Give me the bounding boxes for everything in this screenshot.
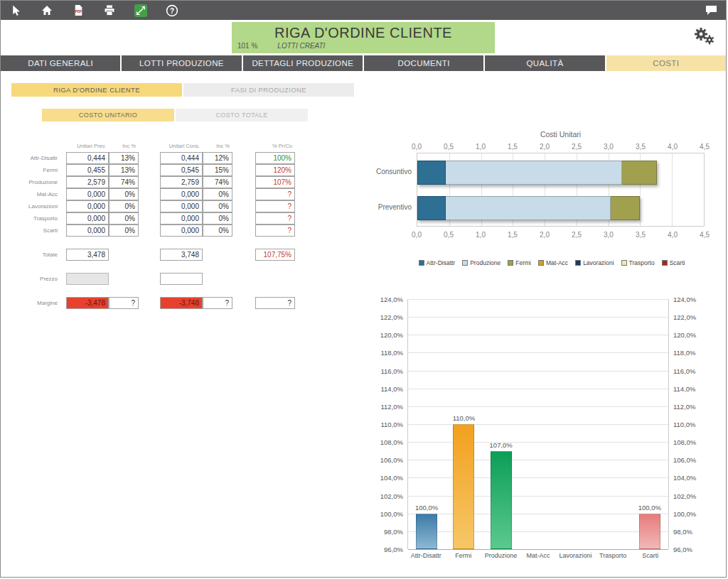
settings-gears-icon[interactable] <box>693 26 714 48</box>
legend-item-mat-acc: Mat-Acc <box>538 259 568 266</box>
x-tick: 2,0 <box>540 143 550 151</box>
prezzo-cons-input[interactable] <box>160 273 203 285</box>
legend-item-scarti: Scarti <box>662 259 685 266</box>
cell-cons-inc: 0% <box>203 212 232 224</box>
x-tick: 2,5 <box>572 143 582 151</box>
cell-prev-inc: 0% <box>109 200 139 212</box>
segment-fermi <box>622 161 657 185</box>
cell-prev: 0,444 <box>66 152 109 164</box>
x-axis-bottom: 0,00,51,01,52,02,53,03,54,04,5 <box>417 231 705 241</box>
x-tick: 1,0 <box>476 231 486 239</box>
tab-qualit-[interactable]: QUALITÀ <box>485 55 604 71</box>
gridline <box>408 424 668 425</box>
y-tick-left: 106,0% <box>380 456 403 464</box>
sp <box>109 249 139 261</box>
print-icon[interactable] <box>102 4 117 18</box>
cell-ratio: ? <box>255 200 295 212</box>
back-arrow-icon[interactable] <box>8 4 23 18</box>
chat-icon[interactable] <box>703 4 719 18</box>
segment-produzione <box>446 161 622 185</box>
x-tick: 4,5 <box>700 231 710 239</box>
sp <box>232 200 255 212</box>
gridline <box>408 335 668 335</box>
x-tick: 0,0 <box>412 143 422 151</box>
x-tick: 1,5 <box>508 143 518 151</box>
bar-value-label: 100,0% <box>415 504 438 512</box>
x-tick: 0,5 <box>444 231 454 239</box>
subtab-riga-d-ordine-cliente[interactable]: RIGA D'ORDINE CLIENTE <box>11 83 182 97</box>
cell-ratio: 107% <box>255 176 295 188</box>
table-spacer <box>22 285 295 291</box>
subtab-costo-totale[interactable]: COSTO TOTALE <box>176 109 308 121</box>
segment-attr-disattr <box>417 196 446 220</box>
col-header: Inc % <box>203 140 232 152</box>
cell-cons-inc: 15% <box>203 164 232 176</box>
segment-produzione <box>446 196 611 220</box>
chart-legend: Attr-DisattrProduzioneFermiMat-AccLavora… <box>385 259 719 266</box>
y-tick-right: 108,0% <box>673 438 696 446</box>
expand-icon[interactable] <box>133 4 149 18</box>
tab-dettagli-produzione[interactable]: DETTAGLI PRODUZIONE <box>243 55 363 71</box>
x-category-labels: Attr-DisattrFermiProduzioneMat-AccLavora… <box>407 552 669 559</box>
y-tick-right: 112,0% <box>673 402 696 410</box>
y-tick-left: 112,0% <box>380 402 403 410</box>
x-category-produzione: Produzione <box>482 552 520 559</box>
legend-swatch <box>419 260 424 266</box>
stacked-bar-consuntivo <box>417 161 657 185</box>
bar-value-label: 107,0% <box>490 441 513 449</box>
sp <box>139 188 160 200</box>
tab-documenti[interactable]: DOCUMENTI <box>364 55 483 71</box>
y-tick-right: 114,0% <box>673 384 696 392</box>
sp <box>139 273 160 285</box>
bar-fermi <box>453 424 474 549</box>
sp <box>139 297 160 309</box>
gridline <box>672 153 673 226</box>
subtab-costo-unitario[interactable]: COSTO UNITARIO <box>42 109 174 121</box>
y-tick-right: 116,0% <box>673 367 696 374</box>
home-icon[interactable] <box>39 4 55 18</box>
y-tick-left: 110,0% <box>380 421 403 428</box>
sp <box>232 188 255 200</box>
y-tick-left: 116,0% <box>380 367 403 374</box>
svg-text:?: ? <box>170 6 174 14</box>
help-icon[interactable]: ? <box>164 4 180 18</box>
x-tick: 0,5 <box>444 143 454 151</box>
col-header: Unitari Prev. <box>66 140 109 152</box>
x-tick: 4,0 <box>668 143 678 151</box>
legend-item-produzione: Produzione <box>462 259 500 266</box>
totale-ratio: 107,75% <box>255 249 295 261</box>
cell-prev-inc: 0% <box>109 212 139 224</box>
cell-prev-inc: 13% <box>109 164 139 176</box>
y-tick-left: 96,0% <box>384 546 403 553</box>
bar-scarti <box>639 514 660 549</box>
sp <box>232 164 255 176</box>
sp <box>203 273 232 285</box>
legend-swatch <box>621 260 627 266</box>
row-label-trasporto: Trasporto <box>22 212 62 224</box>
tab-dati-generali[interactable]: DATI GENERALI <box>1 55 120 71</box>
subtab-fasi-di-produzione[interactable]: FASI DI PRODUZIONE <box>183 83 354 97</box>
y-tick-right: 100,0% <box>673 509 696 517</box>
cell-cons: 2,759 <box>160 176 203 188</box>
x-category-mat-acc: Mat-Acc <box>520 552 557 559</box>
cost-table: Unitari Prev.Inc %Unitari Cons.Inc %% Pr… <box>22 140 295 309</box>
x-axis-top: 0,00,51,01,52,02,53,03,54,04,5 <box>417 143 705 153</box>
y-tick-right: 96,0% <box>673 546 692 553</box>
sp <box>139 200 160 212</box>
x-tick: 1,5 <box>508 231 518 239</box>
stacked-bar-preventivo <box>417 196 640 220</box>
cell-cons: 0,000 <box>160 224 203 237</box>
header: RIGA D'ORDINE CLIENTE 101 % LOTTI CREATI <box>1 20 726 55</box>
percent-chart: 96,0%96,0%98,0%98,0%100,0%100,0%102,0%10… <box>378 288 717 559</box>
table-spacer <box>22 237 295 245</box>
tab-costi[interactable]: COSTI <box>606 55 726 71</box>
tab-lotti-produzione[interactable]: LOTTI PRODUZIONE <box>122 55 241 71</box>
y-tick-left: 100,0% <box>380 509 403 517</box>
sp <box>232 176 255 188</box>
stacked-plot: ConsuntivoPreventivo <box>417 153 705 227</box>
row-label-prezzo: Prezzo <box>22 273 62 285</box>
cell-prev: 2,579 <box>66 176 109 188</box>
x-tick: 0,0 <box>412 231 422 239</box>
pdf-icon[interactable]: PDF <box>70 4 86 18</box>
cell-cons-inc: 74% <box>203 176 232 188</box>
